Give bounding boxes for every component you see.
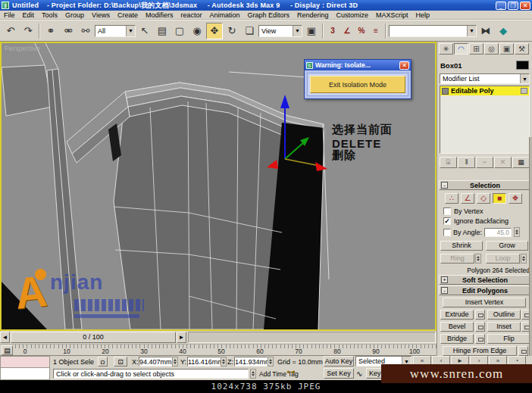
viewport-label[interactable]: Perspective	[5, 45, 40, 52]
z-coordinate-field[interactable]: 141.934mm	[234, 357, 268, 366]
redo-icon[interactable]: ↷	[20, 23, 36, 39]
bevel-settings-icon[interactable]	[475, 322, 485, 332]
panel-scrollbar[interactable]	[529, 137, 532, 356]
z-spinner[interactable]	[268, 357, 274, 366]
select-and-link-icon[interactable]: ⚭	[42, 23, 59, 39]
inset-button[interactable]: Inset	[487, 322, 521, 332]
collapse-icon[interactable]: -	[441, 287, 448, 294]
tab-motion-icon[interactable]: ◎	[484, 43, 499, 55]
named-selection-sets-dropdown[interactable]: ▼	[389, 25, 477, 37]
outline-button[interactable]: Outline	[487, 310, 521, 320]
hinge-settings-icon[interactable]	[518, 346, 528, 356]
bevel-button[interactable]: Bevel	[440, 322, 474, 332]
next-frame-icon[interactable]: ►	[177, 332, 186, 343]
tab-utilities-icon[interactable]: ⚒	[515, 43, 529, 55]
modifier-stack[interactable]: Editable Poly	[440, 86, 530, 154]
grow-button[interactable]: Grow	[486, 241, 528, 251]
by-angle-checkbox[interactable]	[443, 229, 451, 236]
chevron-down-icon[interactable]: ▼	[520, 74, 529, 83]
maxscript-mini-listener-white[interactable]	[0, 368, 50, 380]
dialog-close-icon[interactable]: ✕	[399, 61, 409, 70]
menu-animation[interactable]: Animation	[205, 11, 243, 19]
restore-button[interactable]: ❐	[508, 2, 518, 10]
reference-coordinate-dropdown[interactable]: View ▼	[258, 25, 302, 37]
loop-button[interactable]: Loop	[486, 254, 520, 264]
extrude-button[interactable]: Extrude	[440, 310, 474, 320]
remove-modifier-icon[interactable]: ✕	[494, 157, 512, 168]
window-crossing-icon[interactable]: ◉	[189, 23, 205, 39]
unlink-selection-icon[interactable]: ⚮	[60, 23, 77, 39]
selection-lock-icon[interactable]: Ω	[98, 357, 108, 366]
make-unique-icon[interactable]: ⌁	[476, 157, 493, 168]
open-mini-curve-editor-icon[interactable]: ▤	[2, 345, 13, 355]
x-spinner[interactable]	[172, 357, 178, 366]
new-key-curve-icon[interactable]: ∿	[356, 369, 362, 379]
by-angle-value[interactable]: 45.0	[484, 228, 512, 237]
configure-modifier-sets-icon[interactable]: ▦	[512, 157, 530, 168]
by-vertex-checkbox[interactable]	[443, 207, 451, 215]
loop-spinner[interactable]	[521, 254, 527, 264]
chevron-down-icon[interactable]: ▼	[293, 26, 302, 36]
use-center-icon[interactable]: ▣	[303, 23, 320, 39]
bind-to-space-warp-icon[interactable]: ⚯	[77, 23, 94, 39]
show-end-result-icon[interactable]: ‖	[458, 157, 475, 168]
spinner-snap-icon[interactable]: ≡	[369, 23, 383, 39]
select-object-icon[interactable]: ↖	[136, 23, 153, 39]
warning-dialog[interactable]: S Warning: Isolate... ✕ Exit Isolation M…	[304, 59, 412, 99]
soft-selection-rollout-header[interactable]: + Soft Selection	[439, 275, 530, 285]
percent-snap-icon[interactable]: %	[355, 23, 368, 39]
ignore-backfacing-checkbox[interactable]: ✓	[443, 217, 451, 225]
time-slider-track[interactable]	[188, 332, 436, 343]
insert-vertex-button[interactable]: Insert Vertex	[443, 298, 526, 307]
bridge-settings-icon[interactable]	[475, 334, 485, 344]
flip-button[interactable]: Flip	[487, 334, 530, 344]
pin-stack-icon[interactable]: ⍗	[440, 157, 457, 168]
select-by-name-icon[interactable]: ▤	[154, 23, 171, 39]
menu-create[interactable]: Create	[114, 11, 142, 19]
maxscript-mini-listener-pink[interactable]	[0, 356, 50, 368]
border-mode-icon[interactable]: ◇	[477, 193, 490, 204]
ring-button[interactable]: Ring	[440, 254, 474, 264]
collapse-icon[interactable]: -	[441, 182, 448, 189]
extrude-settings-icon[interactable]	[475, 310, 485, 320]
rectangular-selection-region-icon[interactable]: ▢	[171, 23, 188, 39]
absolute-mode-icon[interactable]: ⊡	[114, 357, 127, 366]
menu-maxscript[interactable]: MAXScript	[372, 11, 412, 19]
polygon-mode-icon[interactable]: ■	[493, 193, 506, 204]
tab-display-icon[interactable]: ▣	[499, 43, 514, 55]
menu-modifiers[interactable]: Modifiers	[142, 11, 177, 19]
menu-views[interactable]: Views	[88, 11, 114, 19]
menu-reactor[interactable]: reactor	[177, 11, 205, 19]
tab-hierarchy-icon[interactable]: ⊞	[469, 43, 483, 55]
edge-mode-icon[interactable]: ∠	[461, 193, 474, 204]
angle-snap-icon[interactable]: ∠	[340, 23, 354, 39]
chevron-down-icon[interactable]: ▼	[467, 26, 476, 36]
previous-frame-icon[interactable]: ◄	[0, 332, 10, 343]
auto-key-button[interactable]: Auto Key	[324, 356, 354, 366]
ring-spinner[interactable]	[475, 254, 481, 264]
stack-item-editable-poly[interactable]: Editable Poly	[440, 86, 529, 95]
select-and-move-icon[interactable]: ✥	[206, 23, 223, 39]
warning-dialog-titlebar[interactable]: S Warning: Isolate... ✕	[305, 60, 411, 70]
hinge-from-edge-button[interactable]: Hinge From Edge	[443, 346, 517, 356]
vertex-mode-icon[interactable]: ∴	[445, 193, 458, 204]
menu-customize[interactable]: Customize	[333, 11, 373, 19]
edit-polygons-rollout-header[interactable]: - Edit Polygons	[439, 285, 530, 295]
minimize-button[interactable]: _	[496, 2, 506, 10]
perspective-viewport[interactable]: Perspective 选择当前面DELETE 删除 A njian S War…	[0, 42, 437, 331]
menu-group[interactable]: Group	[61, 11, 88, 19]
mirror-icon[interactable]: ⧓	[477, 23, 494, 39]
prompt-spinner[interactable]	[250, 369, 256, 379]
tab-modify-icon[interactable]: ◠	[454, 43, 468, 55]
close-button[interactable]: ✕	[520, 2, 530, 10]
selection-filter-dropdown[interactable]: All ▼	[95, 25, 136, 37]
shrink-button[interactable]: Shrink	[440, 241, 483, 251]
menu-tools[interactable]: Tools	[38, 11, 61, 19]
menu-rendering[interactable]: Rendering	[293, 11, 333, 19]
chevron-down-icon[interactable]: ▼	[126, 26, 135, 36]
modifier-list-dropdown[interactable]: Modifier List ▼	[440, 73, 530, 84]
material-editor-icon[interactable]: ◆	[495, 23, 512, 39]
y-spinner[interactable]	[221, 357, 227, 366]
menu-edit[interactable]: Edit	[19, 11, 39, 19]
element-mode-icon[interactable]: ❖	[509, 193, 522, 204]
